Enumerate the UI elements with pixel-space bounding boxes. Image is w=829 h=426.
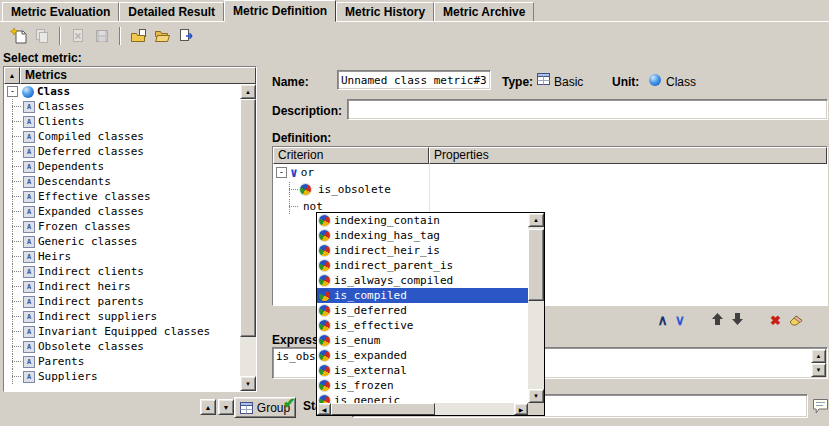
criterion-option[interactable]: is_external [317, 363, 528, 378]
metric-icon [23, 206, 35, 218]
criterion-row-or[interactable]: - ∨ or [273, 164, 827, 181]
save-metric-button[interactable] [90, 25, 114, 47]
new-archive-button[interactable] [126, 25, 150, 47]
copy-metric-button[interactable] [30, 25, 54, 47]
metric-icon [23, 356, 35, 368]
metric-tree-item[interactable]: Indirect suppliers [4, 309, 240, 324]
metric-tree-item[interactable]: Effective classes [4, 189, 240, 204]
metric-icon [23, 176, 35, 188]
tab-metric-history[interactable]: Metric History [336, 2, 434, 21]
metric-icon [23, 116, 35, 128]
name-input[interactable] [337, 70, 491, 90]
move-criterion-down-button[interactable] [731, 312, 744, 329]
move-metric-down-button[interactable]: ▼ [218, 399, 234, 415]
criterion-option-label: is_generic [334, 394, 400, 403]
and-operator-button[interactable]: ∧ [658, 313, 668, 327]
metric-tool-window: Metric EvaluationDetailed ResultMetric D… [0, 0, 829, 426]
metric-tree-item[interactable]: Descendants [4, 174, 240, 189]
comment-balloon-button[interactable] [811, 397, 829, 415]
tree-connector [7, 339, 23, 354]
export-metrics-button[interactable] [174, 25, 198, 47]
metric-item-label: Indirect clients [35, 265, 144, 278]
metric-tree-item[interactable]: Frozen classes [4, 219, 240, 234]
up-arrow-icon [711, 312, 724, 326]
delete-metric-button[interactable] [66, 25, 90, 47]
metric-item-label: Invariant Equipped classes [35, 325, 210, 338]
metric-tree-item[interactable]: Compiled classes [4, 129, 240, 144]
metric-item-label: Frozen classes [35, 220, 131, 233]
metric-tree-item[interactable]: Heirs [4, 249, 240, 264]
criterion-option-label: indexing_has_tag [334, 229, 440, 242]
scroll-up-button[interactable]: ▲ [240, 84, 256, 99]
metric-tree-item[interactable]: Clients [4, 114, 240, 129]
criterion-option[interactable]: indexing_has_tag [317, 228, 528, 243]
metric-tree-item[interactable]: Generic classes [4, 234, 240, 249]
criterion-option[interactable]: is_deferred [317, 303, 528, 318]
tab-detailed-result[interactable]: Detailed Result [119, 2, 224, 21]
metric-tree-item[interactable]: Invariant Equipped classes [4, 324, 240, 339]
criterion-option[interactable]: is_compiled [317, 288, 528, 303]
metric-item-label: Effective classes [35, 190, 151, 203]
metrics-scrollbar[interactable]: ▲ ▼ [240, 84, 256, 391]
or-operator-button[interactable]: ∨ [675, 313, 685, 327]
new-archive-icon [130, 28, 147, 44]
move-metric-up-button[interactable]: ▲ [200, 399, 216, 415]
metric-tree-item[interactable]: Deferred classes [4, 144, 240, 159]
metric-tree-root[interactable]: - Class [4, 84, 240, 99]
collapse-icon[interactable]: - [7, 86, 18, 97]
metric-icon [23, 281, 35, 293]
criterion-option[interactable]: is_frozen [317, 378, 528, 393]
move-criterion-up-button[interactable] [711, 312, 724, 329]
dropdown-hscrollbar[interactable]: ◀ ▶ [317, 403, 528, 415]
metric-tree-item[interactable]: Expanded classes [4, 204, 240, 219]
description-input[interactable] [347, 99, 828, 120]
metric-tree-item[interactable]: Classes [4, 99, 240, 114]
metric-tree-item[interactable]: Indirect parents [4, 294, 240, 309]
properties-column-header[interactable]: Properties [429, 147, 827, 164]
metric-tree-item[interactable]: Obsolete classes [4, 339, 240, 354]
metric-tree-item[interactable]: Dependents [4, 159, 240, 174]
scrollbar-thumb[interactable] [331, 403, 435, 415]
scroll-down-button[interactable]: ▼ [240, 376, 256, 391]
scroll-down-button[interactable]: ▼ [811, 363, 826, 377]
erase-criterion-button[interactable] [788, 311, 805, 330]
criterion-icon [300, 184, 311, 195]
unit-value: Class [666, 75, 696, 89]
criterion-option[interactable]: indirect_heir_is [317, 243, 528, 258]
open-archive-button[interactable] [150, 25, 174, 47]
criterion-option[interactable]: is_generic [317, 393, 528, 403]
criterion-option[interactable]: is_enum [317, 333, 528, 348]
tab-metric-evaluation[interactable]: Metric Evaluation [2, 2, 119, 21]
criterion-option[interactable]: is_always_compiled [317, 273, 528, 288]
scroll-left-button[interactable]: ◀ [317, 403, 331, 415]
criterion-icon [319, 245, 330, 256]
delete-criterion-button[interactable]: ✖ [770, 313, 781, 328]
scrollbar-thumb[interactable] [528, 229, 544, 301]
tab-metric-archive[interactable]: Metric Archive [434, 2, 534, 21]
criterion-row-is-obsolete[interactable]: is_obsolete [273, 181, 827, 198]
criterion-option[interactable]: is_expanded [317, 348, 528, 363]
new-metric-button[interactable] [6, 25, 30, 47]
expression-scrollbar[interactable]: ▲ ▼ [811, 349, 826, 377]
dropdown-vscrollbar[interactable]: ▲ ▼ [528, 213, 544, 403]
scroll-down-button[interactable]: ▼ [528, 389, 544, 403]
tree-root-label: Class [34, 85, 70, 98]
criterion-column-header[interactable]: Criterion [273, 147, 429, 164]
scroll-up-button[interactable]: ▲ [811, 349, 826, 363]
metric-tree-item[interactable]: Indirect heirs [4, 279, 240, 294]
metric-tree-item[interactable]: Indirect clients [4, 264, 240, 279]
copy-icon [34, 28, 50, 44]
metric-icon [23, 341, 35, 353]
scroll-right-button[interactable]: ▶ [514, 403, 528, 415]
scrollbar-thumb[interactable] [240, 99, 256, 337]
collapse-icon[interactable]: - [276, 167, 287, 178]
tab-metric-definition[interactable]: Metric Definition [224, 0, 336, 22]
scroll-up-button[interactable]: ▲ [528, 213, 544, 227]
metric-tree-item[interactable]: Parents [4, 354, 240, 369]
metric-item-label: Classes [35, 100, 84, 113]
criterion-option[interactable]: indirect_parent_is [317, 258, 528, 273]
criterion-option[interactable]: is_effective [317, 318, 528, 333]
criterion-option[interactable]: indexing_contain [317, 213, 528, 228]
metric-tree-item[interactable]: Suppliers [4, 369, 240, 384]
metrics-column-header[interactable]: ▲ Metrics [4, 67, 256, 84]
